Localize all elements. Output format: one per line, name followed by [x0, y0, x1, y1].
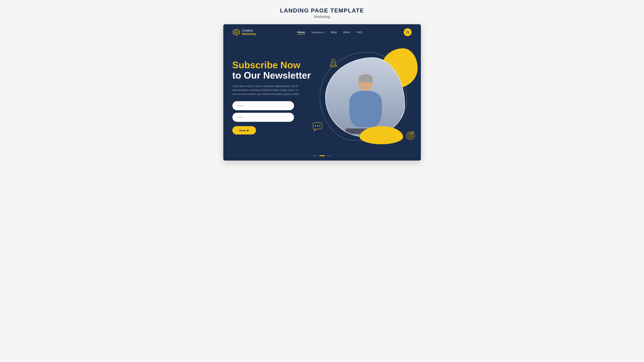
person-body — [349, 91, 382, 127]
svg-line-10 — [408, 33, 409, 34]
logo[interactable]: Creative Marketing — [232, 28, 256, 36]
send-button[interactable]: Send ▶ — [232, 126, 256, 135]
nav-item-about[interactable]: About — [343, 31, 350, 34]
page-header: LANDING PAGE TEMPLATE Marketing — [280, 7, 364, 19]
hero-description: Lorem ipsum dolor sit amet, consectetur … — [232, 84, 301, 96]
hero-title-yellow: Subscribe Now — [232, 60, 300, 70]
email-input[interactable] — [232, 113, 294, 122]
person-illustration — [326, 58, 405, 137]
svg-point-13 — [315, 125, 316, 126]
logo-icon — [232, 28, 240, 36]
name-input[interactable] — [232, 101, 294, 110]
dropdown-arrow-icon: ▼ — [323, 31, 324, 33]
nav-link-faq[interactable]: FAQ — [356, 31, 362, 34]
nav-item-services[interactable]: Services ▼ — [312, 31, 324, 34]
hero-section: Subscribe Now to Our Newsletter Lorem ip… — [223, 40, 421, 152]
hero-title: Subscribe Now to Our Newsletter — [232, 60, 322, 81]
blob-container — [323, 54, 410, 141]
logo-text-bottom: Marketing — [242, 32, 256, 36]
logo-text: Creative Marketing — [242, 29, 256, 36]
page-heading: LANDING PAGE TEMPLATE — [280, 7, 364, 14]
nav-links: Home Services ▼ Blog About FAQ — [298, 31, 362, 34]
svg-point-15 — [319, 125, 320, 126]
send-arrow: ▶ — [247, 129, 249, 132]
hero-left: Subscribe Now to Our Newsletter Lorem ip… — [232, 60, 322, 135]
search-icon — [406, 30, 410, 34]
landing-page-wrapper: Creative Marketing Home Services ▼ Blog … — [223, 24, 421, 161]
slide-dot-3[interactable] — [326, 155, 332, 156]
send-label: Send — [239, 129, 246, 132]
nav-item-faq[interactable]: FAQ — [356, 31, 362, 34]
chat-icon — [312, 122, 323, 133]
person-hair — [358, 74, 373, 82]
slide-dot-1[interactable] — [312, 155, 318, 156]
nav-link-home[interactable]: Home — [298, 31, 305, 34]
nav-item-blog[interactable]: Blog — [331, 31, 336, 34]
nav-item-home[interactable]: Home — [298, 31, 305, 34]
nav-link-services[interactable]: Services ▼ — [312, 31, 324, 34]
page-subheading: Marketing — [280, 15, 364, 19]
search-button[interactable] — [404, 28, 412, 36]
hero-right — [322, 54, 412, 141]
navbar: Creative Marketing Home Services ▼ Blog … — [223, 24, 421, 40]
hero-title-white: to Our Newsletter — [232, 70, 311, 81]
main-image-blob — [325, 57, 405, 137]
svg-point-2 — [236, 31, 237, 33]
slide-dot-2[interactable] — [319, 155, 325, 156]
person-head — [358, 74, 373, 90]
logo-text-top: Creative — [242, 29, 256, 32]
svg-point-14 — [317, 125, 318, 126]
nav-link-about[interactable]: About — [343, 31, 350, 34]
nav-link-blog[interactable]: Blog — [331, 31, 336, 34]
subscription-form — [232, 101, 322, 122]
slide-dots — [223, 152, 421, 161]
